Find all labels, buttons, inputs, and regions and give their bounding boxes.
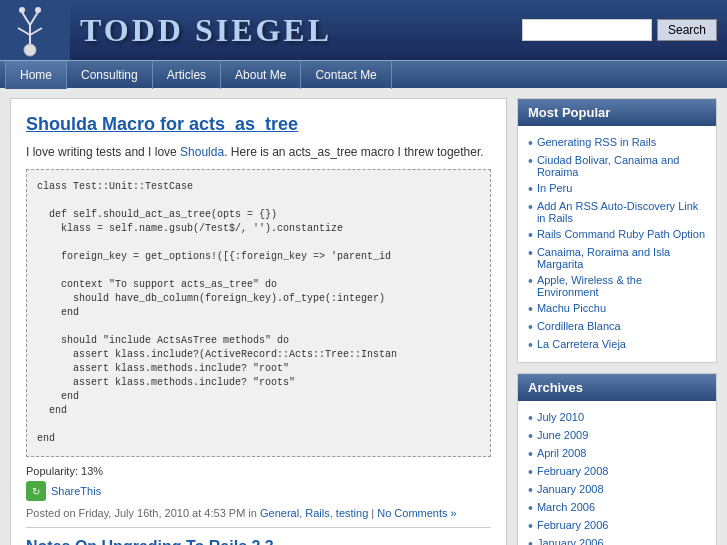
popular-link-5[interactable]: Rails Command Ruby Path Option <box>537 228 705 240</box>
archive-jan-2008[interactable]: January 2008 <box>537 483 604 495</box>
nav-item-contact[interactable]: Contact Me <box>301 61 391 89</box>
popular-section: Most Popular Generating RSS in Rails Ciu… <box>517 98 717 363</box>
logo-image <box>0 0 70 60</box>
popular-link-9[interactable]: Cordillera Blanca <box>537 320 621 332</box>
list-item: Ciudad Bolivar, Canaima and Roraima <box>528 152 706 180</box>
svg-point-7 <box>19 7 25 13</box>
nav-item-articles[interactable]: Articles <box>153 61 221 89</box>
archive-march-2006[interactable]: March 2006 <box>537 501 595 513</box>
stick-figure-icon <box>0 0 70 60</box>
share-this-link[interactable]: ShareThis <box>51 485 101 497</box>
archive-july-2010[interactable]: July 2010 <box>537 411 584 423</box>
popular-link-1[interactable]: Generating RSS in Rails <box>537 136 656 148</box>
nav-item-home[interactable]: Home <box>5 61 67 89</box>
post-1-popularity: Popularity: 13% <box>26 465 491 477</box>
list-item: July 2010 <box>528 409 706 427</box>
post-divider <box>26 527 491 528</box>
main-container: Shoulda Macro for acts_as_tree I love wr… <box>0 88 727 545</box>
popular-link-4[interactable]: Add An RSS Auto-Discovery Link in Rails <box>537 200 706 224</box>
list-item: Canaima, Roraima and Isla Margarita <box>528 244 706 272</box>
shoulda-link[interactable]: Shoulda <box>180 145 224 159</box>
no-comments-link[interactable]: No Comments » <box>377 507 456 519</box>
list-item: Machu Picchu <box>528 300 706 318</box>
archives-section: Archives July 2010 June 2009 April 2008 … <box>517 373 717 545</box>
share-section: ↻ ShareThis <box>26 481 491 501</box>
popular-list: Generating RSS in Rails Ciudad Bolivar, … <box>528 134 706 354</box>
archive-feb-2008[interactable]: February 2008 <box>537 465 609 477</box>
list-item: January 2006 <box>528 535 706 545</box>
archive-april-2008[interactable]: April 2008 <box>537 447 587 459</box>
list-item: June 2009 <box>528 427 706 445</box>
svg-point-1 <box>24 44 36 56</box>
logo-area: TODD SIEGEL <box>0 0 332 60</box>
post-1-footer: Posted on Friday, July 16th, 2010 at 4:5… <box>26 507 491 519</box>
popular-link-8[interactable]: Machu Picchu <box>537 302 606 314</box>
nav-item-about[interactable]: About Me <box>221 61 301 89</box>
share-icon: ↻ <box>26 481 46 501</box>
post-1-intro: I love writing tests and I love Shoulda.… <box>26 143 491 161</box>
list-item: Add An RSS Auto-Discovery Link in Rails <box>528 198 706 226</box>
post-1-title[interactable]: Shoulda Macro for acts_as_tree <box>26 114 491 135</box>
popular-link-10[interactable]: La Carretera Vieja <box>537 338 626 350</box>
list-item: Rails Command Ruby Path Option <box>528 226 706 244</box>
archives-content: July 2010 June 2009 April 2008 February … <box>518 401 716 545</box>
list-item: Cordillera Blanca <box>528 318 706 336</box>
search-button[interactable]: Search <box>657 19 717 41</box>
popular-link-7[interactable]: Apple, Wireless & the Environment <box>537 274 706 298</box>
list-item: Apple, Wireless & the Environment <box>528 272 706 300</box>
list-item: February 2008 <box>528 463 706 481</box>
code-block: class Test::Unit::TestCase def self.shou… <box>26 169 491 457</box>
page-header: TODD SIEGEL Search <box>0 0 727 60</box>
popular-link-2[interactable]: Ciudad Bolivar, Canaima and Roraima <box>537 154 706 178</box>
content-area: Shoulda Macro for acts_as_tree I love wr… <box>10 98 507 545</box>
archive-june-2009[interactable]: June 2009 <box>537 429 588 441</box>
archive-feb-2006[interactable]: February 2006 <box>537 519 609 531</box>
category-rails-link[interactable]: Rails <box>305 507 329 519</box>
archive-jan-2006[interactable]: January 2006 <box>537 537 604 545</box>
nav-item-consulting[interactable]: Consulting <box>67 61 153 89</box>
svg-point-8 <box>35 7 41 13</box>
category-testing-link[interactable]: testing <box>336 507 368 519</box>
popular-link-3[interactable]: In Peru <box>537 182 572 194</box>
post-1: Shoulda Macro for acts_as_tree I love wr… <box>26 114 491 519</box>
list-item: February 2006 <box>528 517 706 535</box>
list-item: In Peru <box>528 180 706 198</box>
search-area: Search <box>522 19 717 41</box>
popular-content: Generating RSS in Rails Ciudad Bolivar, … <box>518 126 716 362</box>
list-item: March 2006 <box>528 499 706 517</box>
post-2-title[interactable]: Notes On Upgrading To Rails 2.3 <box>26 538 491 545</box>
site-title: TODD SIEGEL <box>70 12 332 49</box>
list-item: April 2008 <box>528 445 706 463</box>
archives-header: Archives <box>518 374 716 401</box>
sidebar: Most Popular Generating RSS in Rails Ciu… <box>517 98 717 545</box>
search-input[interactable] <box>522 19 652 41</box>
category-general-link[interactable]: General <box>260 507 299 519</box>
main-nav: Home Consulting Articles About Me Contac… <box>0 60 727 88</box>
list-item: La Carretera Vieja <box>528 336 706 354</box>
archives-list: July 2010 June 2009 April 2008 February … <box>528 409 706 545</box>
popular-header: Most Popular <box>518 99 716 126</box>
list-item: January 2008 <box>528 481 706 499</box>
post-2: Notes On Upgrading To Rails 2.3 I am upg… <box>26 538 491 545</box>
list-item: Generating RSS in Rails <box>528 134 706 152</box>
popular-link-6[interactable]: Canaima, Roraima and Isla Margarita <box>537 246 706 270</box>
